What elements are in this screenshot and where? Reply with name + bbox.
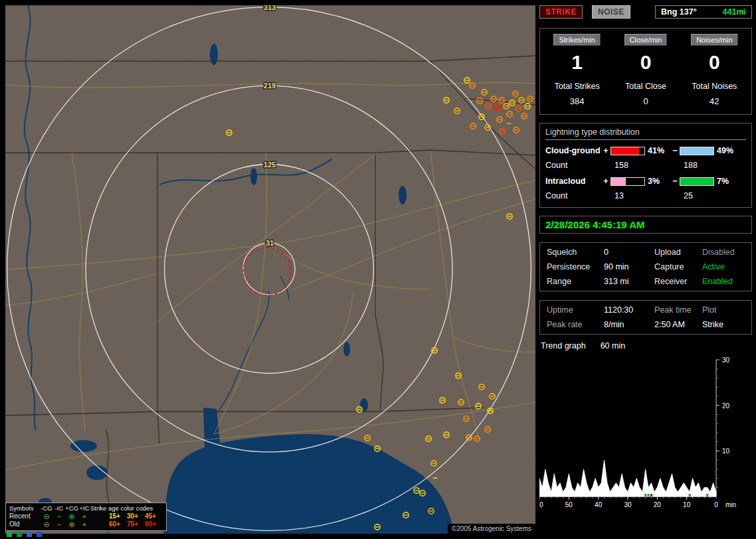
- strikes-per-min-value: 1: [543, 51, 611, 74]
- intracloud-negative-count: 25: [680, 191, 714, 200]
- svg-text:219: 219: [264, 82, 276, 90]
- age-code-60: 60+: [109, 520, 127, 528]
- svg-text:10: 10: [683, 501, 691, 508]
- minus-icon: −: [53, 512, 65, 520]
- close-per-min-column: Close/min 0 Total Close 0: [611, 34, 680, 106]
- receiver-label: Receiver: [654, 277, 702, 286]
- map-canvas[interactable]: 31321912531: [5, 5, 535, 534]
- distribution-title: Lightning type distribution: [545, 127, 746, 140]
- noises-per-min-value: 0: [680, 51, 749, 74]
- cloud-ground-positive-bar: [611, 147, 645, 155]
- bearing-box: Bng 137° 441mi: [655, 5, 752, 19]
- svg-text:30: 30: [624, 501, 632, 508]
- capture-value: Active: [702, 262, 746, 271]
- status-tile: [27, 532, 32, 537]
- lightning-distribution-box: Lightning type distribution Cloud-ground…: [539, 123, 752, 208]
- total-noises-label: Total Noises: [680, 82, 749, 91]
- receiver-value: Enabled: [702, 277, 746, 286]
- close-per-min-button[interactable]: Close/min: [624, 34, 668, 46]
- strikes-per-min-column: Strikes/min 1 Total Strikes 384: [543, 34, 611, 106]
- status-tiles: [7, 532, 42, 537]
- intracloud-positive-count: 13: [611, 191, 645, 200]
- svg-text:20: 20: [722, 402, 730, 410]
- plus-sign: +: [601, 177, 611, 186]
- legend-col-neg-ic: -IC: [53, 504, 65, 512]
- cloud-ground-rows: Cloud-ground + 41% − 49% Count 158 188: [545, 146, 746, 170]
- range-label: Range: [547, 277, 604, 286]
- circle-plus-icon: ⊕: [65, 520, 78, 528]
- bar-fill: [611, 178, 626, 185]
- capture-label: Capture: [654, 262, 702, 271]
- peak-time-label: Peak time: [654, 305, 702, 315]
- count-label: Count: [545, 161, 601, 170]
- circle-minus-icon: ⊖: [40, 512, 53, 520]
- minus-sign: −: [670, 146, 680, 155]
- intracloud-negative-pct: 7%: [714, 177, 734, 186]
- intracloud-label: Intracloud: [545, 177, 601, 186]
- map-legend: Symbols -CG -IC +CG +IC Strike age color…: [5, 502, 167, 531]
- legend-col-pos-cg: +CG: [65, 504, 78, 512]
- minus-icon: −: [53, 520, 65, 528]
- total-noises-value: 42: [680, 96, 749, 106]
- legend-age-title: Strike age color codes: [90, 504, 163, 512]
- total-close-label: Total Close: [611, 82, 680, 91]
- app-window: 31321912531 Symbols -CG -IC +CG +IC Stri…: [0, 0, 756, 539]
- plus-sign: +: [601, 146, 611, 155]
- age-code-90: 90+: [145, 520, 163, 528]
- circle-minus-icon: ⊖: [40, 520, 53, 528]
- legend-old-label: Old: [9, 520, 40, 528]
- legend-recent-label: Recent: [9, 512, 40, 520]
- upload-label: Upload: [654, 248, 702, 257]
- svg-text:10: 10: [722, 447, 730, 455]
- datetime-text: 2/28/2026 4:45:19 AM: [545, 219, 645, 230]
- rates-box: Strikes/min 1 Total Strikes 384 Close/mi…: [539, 28, 752, 115]
- cloud-ground-label: Cloud-ground: [545, 146, 601, 155]
- age-code-45: 45+: [145, 512, 163, 520]
- map-panel[interactable]: 31321912531 Symbols -CG -IC +CG +IC Stri…: [5, 5, 535, 534]
- circle-plus-icon: ⊕: [65, 512, 78, 520]
- age-code-15: 15+: [109, 512, 127, 520]
- svg-text:min: min: [725, 501, 736, 508]
- noises-per-min-column: Noises/min 0 Total Noises 42: [680, 34, 749, 106]
- plus-icon: +: [78, 520, 90, 528]
- svg-text:20: 20: [654, 501, 662, 508]
- svg-text:30: 30: [722, 356, 730, 364]
- svg-text:60: 60: [539, 501, 543, 508]
- noises-per-min-button[interactable]: Noises/min: [691, 34, 737, 46]
- svg-text:0: 0: [714, 501, 718, 508]
- squelch-value: 0: [604, 248, 654, 257]
- trend-graph-label: Trend graph: [541, 341, 586, 350]
- uptime-label: Uptime: [547, 305, 604, 315]
- persistence-value: 90 min: [604, 262, 654, 271]
- trend-chart-canvas: 3020106050403020100min: [539, 356, 745, 511]
- total-close-value: 0: [611, 96, 680, 106]
- squelch-label: Squelch: [547, 248, 604, 257]
- peak-time-value: 2:50 AM: [654, 320, 702, 329]
- age-code-30: 30+: [127, 512, 145, 520]
- cloud-ground-negative-pct: 49%: [714, 146, 734, 155]
- bearing-distance: 441mi: [723, 7, 746, 17]
- control-panel: STRIKE NOISE Bng 137° 441mi Strikes/min …: [539, 5, 752, 534]
- status-tile: [17, 532, 22, 537]
- strike-indicator: STRIKE: [539, 5, 583, 19]
- svg-text:125: 125: [264, 161, 276, 169]
- status-tile: [7, 532, 12, 537]
- uptime-value: 1120:30: [604, 305, 654, 315]
- svg-text:50: 50: [565, 501, 573, 508]
- noise-indicator: NOISE: [592, 5, 630, 19]
- close-per-min-value: 0: [611, 51, 680, 74]
- peak-rate-label: Peak rate: [547, 320, 604, 329]
- strikes-per-min-button[interactable]: Strikes/min: [553, 34, 600, 46]
- trend-chart: 3020106050403020100min: [539, 356, 752, 511]
- trend-label-row: Trend graph 60 min: [541, 341, 751, 350]
- svg-text:313: 313: [264, 5, 276, 11]
- minus-sign: −: [670, 177, 680, 186]
- cloud-ground-positive-count: 158: [611, 161, 645, 170]
- intracloud-positive-bar: [611, 177, 645, 186]
- legend-col-pos-ic: +IC: [78, 504, 90, 512]
- plot-value: Strike: [702, 320, 746, 329]
- cloud-ground-negative-bar: [680, 147, 714, 155]
- copyright-text: ©2005 Astrogenic Systems: [448, 524, 535, 534]
- settings-box: Squelch 0 Upload Disabled Persistence 90…: [539, 242, 752, 291]
- plot-label: Plot: [702, 305, 746, 315]
